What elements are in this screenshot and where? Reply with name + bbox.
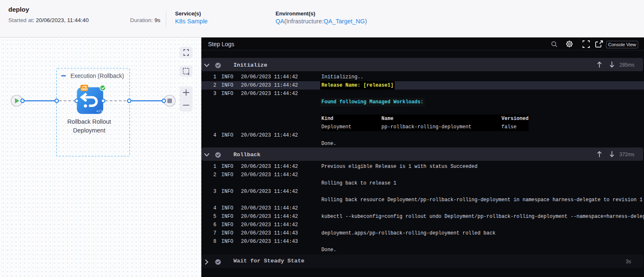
svg-text:</>: </> (96, 110, 103, 114)
svg-text:Execution (Rollback): Execution (Rollback) (70, 72, 124, 79)
svg-text:Deployment: Deployment (73, 127, 105, 134)
svg-text:Rollback Rollout: Rollback Rollout (68, 118, 111, 125)
